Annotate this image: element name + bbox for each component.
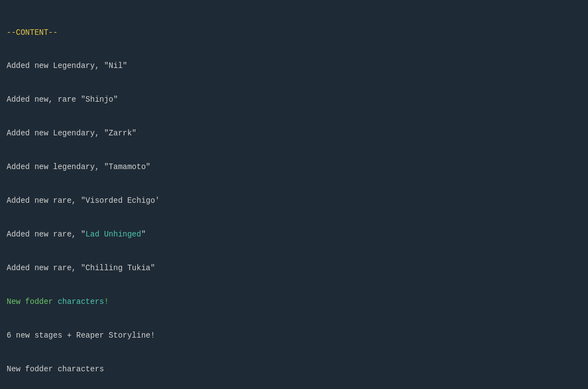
characters-text: characters bbox=[57, 297, 104, 306]
line-nil: Added new Legendary, "Nil" bbox=[7, 60, 581, 71]
line-visorded: Added new rare, "Visorded Echigo' bbox=[7, 195, 581, 206]
line-new-fodder-2: New fodder characters bbox=[7, 364, 581, 375]
line-stages: 6 new stages + Reaper Storyline! bbox=[7, 330, 581, 341]
main-content: --CONTENT-- Added new Legendary, "Nil" A… bbox=[7, 4, 581, 389]
lad-unhinged-text: Lad Unhinged bbox=[86, 230, 141, 239]
line-lad-unhinged: Added new rare, "Lad Unhinged" bbox=[7, 229, 581, 240]
line-new-fodder: New fodder characters! bbox=[7, 296, 581, 307]
line-zarrk: Added new Legendary, "Zarrk" bbox=[7, 128, 581, 139]
line-tamamoto: Added new legendary, "Tamamoto" bbox=[7, 161, 581, 172]
line-chilling-tukia: Added new rare, "Chilling Tukia" bbox=[7, 262, 581, 274]
content-header: --CONTENT-- bbox=[7, 27, 581, 38]
line-shinjo: Added new, rare "Shinjo" bbox=[7, 94, 581, 105]
